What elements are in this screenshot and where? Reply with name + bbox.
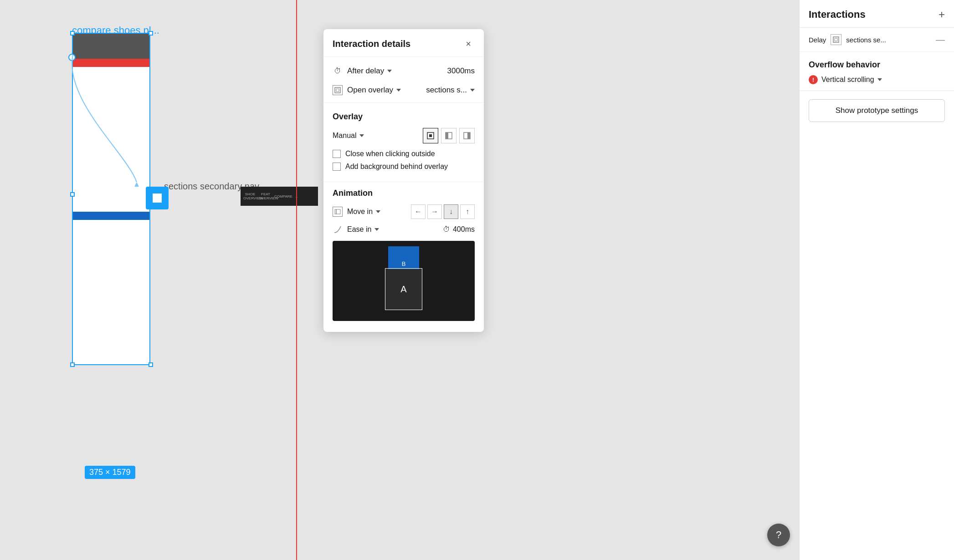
show-prototype-settings-button[interactable]: Show prototype settings — [809, 99, 945, 122]
add-background-checkbox[interactable] — [333, 163, 341, 171]
trigger-value[interactable]: 3000ms — [447, 66, 475, 76]
interaction-item[interactable]: Delay sections se... — — [800, 28, 954, 52]
pos-icon-left[interactable] — [441, 128, 456, 143]
anim-type-chevron — [376, 210, 380, 213]
frame-handle-ml[interactable] — [70, 192, 75, 197]
dest-chevron — [470, 89, 475, 92]
red-vertical-line — [296, 0, 297, 560]
add-interaction-button[interactable]: + — [939, 8, 945, 21]
overflow-label: Vertical scrolling — [821, 76, 882, 84]
svg-rect-1 — [335, 87, 340, 93]
anim-type-label[interactable]: Move in — [347, 208, 380, 216]
preview-box-a: A — [385, 268, 422, 310]
close-outside-checkbox[interactable] — [333, 150, 341, 158]
frame-blue-bar — [73, 212, 149, 220]
anim-direction-icons: ← → ↓ ↑ — [411, 204, 475, 219]
nav-strip: SHOEOVERVIEW FEATOVERVIEW COMPARE ... — [241, 187, 318, 206]
action-icon — [333, 85, 343, 95]
dimension-badge: 375 × 1579 — [85, 466, 135, 479]
nav-strip-item-1: SHOEOVERVIEW — [243, 192, 257, 200]
anim-ease-row: Ease in ⏱ 400ms — [333, 224, 475, 234]
animation-title: Animation — [333, 188, 475, 198]
trigger-row: ⏱ After delay 3000ms — [323, 61, 484, 81]
ease-label[interactable]: Ease in — [347, 225, 379, 234]
overflow-value[interactable]: ! Vertical scrolling — [809, 75, 945, 84]
action-label[interactable]: Open overlay — [347, 86, 401, 95]
trigger-label[interactable]: After delay — [347, 66, 392, 76]
anim-type-icon — [333, 207, 343, 217]
time-value[interactable]: 400ms — [453, 225, 475, 234]
add-background-label: Add background behind overlay — [345, 163, 448, 171]
action-destination[interactable]: sections s... — [426, 86, 475, 95]
frame-handle-bl[interactable] — [70, 362, 75, 367]
frame-handle-tr[interactable] — [149, 31, 153, 36]
svg-rect-4 — [429, 134, 432, 137]
remove-interaction-button[interactable]: — — [936, 35, 945, 45]
preview-box-b: B — [388, 246, 419, 269]
panel-header: Interaction details × — [323, 29, 484, 57]
nav-thumb[interactable] — [146, 187, 169, 209]
interaction-details-panel: Interaction details × ⏱ After delay 3000… — [323, 29, 484, 332]
connection-origin — [68, 54, 76, 61]
frame-bottom-area — [73, 220, 149, 365]
dir-btn-right[interactable]: → — [427, 204, 442, 219]
svg-rect-8 — [467, 132, 470, 139]
ease-icon — [333, 224, 343, 234]
frame-top-bar — [73, 34, 149, 59]
right-panel-title: Interactions — [809, 9, 866, 20]
animation-section: Animation Move in ← → ↓ ↑ — [323, 182, 484, 327]
frame-white-area — [73, 67, 149, 212]
svg-rect-10 — [336, 209, 340, 214]
svg-rect-6 — [446, 132, 448, 139]
proto-frame — [72, 33, 150, 365]
manual-chevron — [359, 134, 364, 137]
nav-strip-item-2: FEATOVERVIEW — [259, 192, 272, 200]
overlay-title: Overlay — [333, 112, 475, 122]
frame-handle-br[interactable] — [149, 362, 153, 367]
overflow-section: Overflow behavior ! Vertical scrolling — [800, 52, 954, 91]
dir-btn-left[interactable]: ← — [411, 204, 426, 219]
close-button[interactable]: × — [462, 37, 475, 50]
anim-type-row: Move in ← → ↓ ↑ — [333, 204, 475, 219]
right-panel: Interactions + Delay sections se... — Ov… — [799, 0, 954, 560]
panel-body: ⏱ After delay 3000ms Open overlay sectio… — [323, 57, 484, 332]
svg-rect-2 — [336, 89, 339, 92]
overflow-title: Overflow behavior — [809, 60, 945, 70]
overflow-chevron — [877, 78, 882, 81]
add-background-row: Add background behind overlay — [333, 163, 475, 171]
dir-btn-up[interactable]: ↑ — [460, 204, 475, 219]
manual-dropdown[interactable]: Manual — [333, 132, 364, 140]
position-icons — [423, 128, 475, 143]
frame-red-bar — [73, 59, 149, 67]
anim-preview: B A — [333, 241, 475, 321]
time-group: ⏱ 400ms — [443, 225, 475, 234]
int-trigger-badge: Delay — [809, 36, 826, 44]
int-destination: sections se... — [846, 36, 931, 44]
action-row: Open overlay sections s... — [323, 81, 484, 100]
panel-title: Interaction details — [333, 39, 410, 49]
frame-handle-tl[interactable] — [70, 31, 75, 36]
close-outside-label: Close when clicking outside — [345, 150, 435, 158]
overlay-position-row: Manual — [333, 128, 475, 143]
right-panel-header: Interactions + — [800, 0, 954, 28]
int-action-icon — [831, 34, 841, 45]
pos-icon-center[interactable] — [423, 128, 438, 143]
delay-icon: ⏱ — [333, 66, 343, 76]
help-button[interactable]: ? — [767, 524, 790, 546]
svg-rect-12 — [835, 38, 837, 41]
divider-1 — [323, 102, 484, 103]
pos-icon-right[interactable] — [459, 128, 475, 143]
close-outside-row: Close when clicking outside — [333, 150, 475, 158]
overlay-section: Overlay Manual — [323, 106, 484, 182]
action-chevron — [396, 89, 401, 92]
dir-btn-down[interactable]: ↓ — [444, 204, 458, 219]
nav-thumb-inner — [153, 193, 162, 203]
svg-rect-11 — [833, 37, 839, 42]
nav-strip-item-3: COMPARE — [274, 194, 288, 199]
ease-chevron — [374, 228, 379, 231]
clock-icon: ⏱ — [443, 225, 450, 234]
trigger-chevron — [387, 70, 392, 72]
overflow-info-icon: ! — [809, 75, 818, 84]
preview-b-label: B — [402, 260, 406, 267]
